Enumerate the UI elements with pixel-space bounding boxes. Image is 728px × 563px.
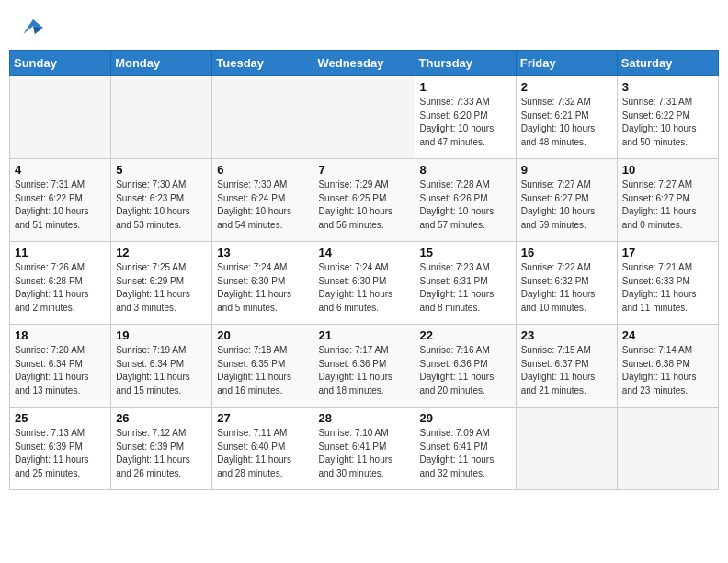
calendar-week-row: 11Sunrise: 7:26 AM Sunset: 6:28 PM Dayli… — [10, 242, 719, 325]
calendar-cell: 6Sunrise: 7:30 AM Sunset: 6:24 PM Daylig… — [212, 159, 313, 242]
calendar-header: SundayMondayTuesdayWednesdayThursdayFrid… — [10, 51, 719, 76]
day-number: 15 — [420, 246, 511, 259]
calendar-cell — [617, 408, 718, 490]
calendar-cell: 29Sunrise: 7:09 AM Sunset: 6:41 PM Dayli… — [415, 408, 516, 490]
calendar-cell: 20Sunrise: 7:18 AM Sunset: 6:35 PM Dayli… — [212, 325, 313, 408]
day-of-week-header: Tuesday — [212, 51, 313, 76]
day-number: 28 — [318, 411, 409, 425]
day-number: 25 — [15, 411, 106, 425]
calendar-cell: 21Sunrise: 7:17 AM Sunset: 6:36 PM Dayli… — [313, 325, 415, 408]
calendar-cell: 9Sunrise: 7:27 AM Sunset: 6:27 PM Daylig… — [516, 159, 617, 242]
calendar-cell: 26Sunrise: 7:12 AM Sunset: 6:39 PM Dayli… — [111, 408, 212, 490]
calendar-cell: 18Sunrise: 7:20 AM Sunset: 6:34 PM Dayli… — [10, 325, 111, 408]
calendar-cell: 3Sunrise: 7:31 AM Sunset: 6:22 PM Daylig… — [617, 76, 718, 159]
day-info: Sunrise: 7:29 AM Sunset: 6:25 PM Dayligh… — [318, 178, 409, 232]
day-info: Sunrise: 7:24 AM Sunset: 6:30 PM Dayligh… — [318, 261, 409, 315]
calendar-wrapper: SundayMondayTuesdayWednesdayThursdayFrid… — [0, 50, 728, 500]
day-number: 19 — [116, 328, 207, 342]
calendar-cell — [111, 76, 212, 159]
day-info: Sunrise: 7:16 AM Sunset: 6:36 PM Dayligh… — [420, 344, 511, 397]
svg-marker-0 — [23, 19, 43, 34]
day-info: Sunrise: 7:13 AM Sunset: 6:39 PM Dayligh… — [15, 427, 106, 480]
day-number: 2 — [521, 80, 612, 94]
day-number: 17 — [622, 246, 713, 259]
day-number: 6 — [217, 163, 308, 177]
day-number: 24 — [622, 328, 713, 342]
day-info: Sunrise: 7:15 AM Sunset: 6:37 PM Dayligh… — [521, 344, 612, 397]
day-number: 11 — [15, 246, 106, 259]
day-info: Sunrise: 7:21 AM Sunset: 6:33 PM Dayligh… — [622, 261, 713, 315]
day-number: 18 — [15, 328, 106, 342]
calendar-week-row: 4Sunrise: 7:31 AM Sunset: 6:22 PM Daylig… — [10, 159, 719, 242]
logo — [17, 11, 53, 44]
calendar-cell: 15Sunrise: 7:23 AM Sunset: 6:31 PM Dayli… — [415, 242, 516, 325]
day-of-week-header: Wednesday — [313, 51, 415, 76]
day-number: 12 — [116, 246, 207, 259]
day-info: Sunrise: 7:24 AM Sunset: 6:30 PM Dayligh… — [217, 261, 308, 315]
page-header — [0, 0, 728, 50]
logo-bird-icon — [17, 11, 50, 44]
calendar-cell: 1Sunrise: 7:33 AM Sunset: 6:20 PM Daylig… — [415, 76, 516, 159]
calendar-cell: 22Sunrise: 7:16 AM Sunset: 6:36 PM Dayli… — [415, 325, 516, 408]
calendar-week-row: 18Sunrise: 7:20 AM Sunset: 6:34 PM Dayli… — [10, 325, 719, 408]
day-number: 26 — [116, 411, 207, 425]
day-info: Sunrise: 7:32 AM Sunset: 6:21 PM Dayligh… — [521, 96, 612, 149]
day-info: Sunrise: 7:18 AM Sunset: 6:35 PM Dayligh… — [217, 344, 308, 397]
day-info: Sunrise: 7:11 AM Sunset: 6:40 PM Dayligh… — [217, 427, 308, 480]
calendar-cell — [212, 76, 313, 159]
day-number: 5 — [116, 163, 207, 177]
day-header-row: SundayMondayTuesdayWednesdayThursdayFrid… — [10, 51, 719, 76]
day-info: Sunrise: 7:14 AM Sunset: 6:38 PM Dayligh… — [622, 344, 713, 397]
day-of-week-header: Sunday — [10, 51, 111, 76]
calendar-cell: 5Sunrise: 7:30 AM Sunset: 6:23 PM Daylig… — [111, 159, 212, 242]
calendar-week-row: 1Sunrise: 7:33 AM Sunset: 6:20 PM Daylig… — [10, 76, 719, 159]
calendar-cell — [10, 76, 111, 159]
day-info: Sunrise: 7:09 AM Sunset: 6:41 PM Dayligh… — [420, 427, 511, 480]
day-info: Sunrise: 7:12 AM Sunset: 6:39 PM Dayligh… — [116, 427, 207, 480]
calendar-cell: 17Sunrise: 7:21 AM Sunset: 6:33 PM Dayli… — [617, 242, 718, 325]
calendar-cell: 24Sunrise: 7:14 AM Sunset: 6:38 PM Dayli… — [617, 325, 718, 408]
day-info: Sunrise: 7:30 AM Sunset: 6:23 PM Dayligh… — [116, 178, 207, 232]
calendar-cell: 27Sunrise: 7:11 AM Sunset: 6:40 PM Dayli… — [212, 408, 313, 490]
day-info: Sunrise: 7:30 AM Sunset: 6:24 PM Dayligh… — [217, 178, 308, 232]
calendar-cell: 7Sunrise: 7:29 AM Sunset: 6:25 PM Daylig… — [313, 159, 415, 242]
day-of-week-header: Saturday — [617, 51, 718, 76]
calendar-cell — [313, 76, 415, 159]
day-info: Sunrise: 7:31 AM Sunset: 6:22 PM Dayligh… — [15, 178, 106, 232]
day-info: Sunrise: 7:23 AM Sunset: 6:31 PM Dayligh… — [420, 261, 511, 315]
calendar-cell: 25Sunrise: 7:13 AM Sunset: 6:39 PM Dayli… — [10, 408, 111, 490]
day-number: 13 — [217, 246, 308, 259]
day-of-week-header: Monday — [111, 51, 212, 76]
day-number: 29 — [420, 411, 511, 425]
calendar-week-row: 25Sunrise: 7:13 AM Sunset: 6:39 PM Dayli… — [10, 408, 719, 490]
day-number: 4 — [15, 163, 106, 177]
day-number: 27 — [217, 411, 308, 425]
day-info: Sunrise: 7:26 AM Sunset: 6:28 PM Dayligh… — [15, 261, 106, 315]
day-number: 3 — [622, 80, 713, 94]
calendar-cell: 16Sunrise: 7:22 AM Sunset: 6:32 PM Dayli… — [516, 242, 617, 325]
calendar-cell — [516, 408, 617, 490]
day-info: Sunrise: 7:20 AM Sunset: 6:34 PM Dayligh… — [15, 344, 106, 397]
day-info: Sunrise: 7:28 AM Sunset: 6:26 PM Dayligh… — [420, 178, 511, 232]
calendar-cell: 23Sunrise: 7:15 AM Sunset: 6:37 PM Dayli… — [516, 325, 617, 408]
calendar-cell: 11Sunrise: 7:26 AM Sunset: 6:28 PM Dayli… — [10, 242, 111, 325]
day-number: 1 — [420, 80, 511, 94]
day-info: Sunrise: 7:22 AM Sunset: 6:32 PM Dayligh… — [521, 261, 612, 315]
calendar-cell: 2Sunrise: 7:32 AM Sunset: 6:21 PM Daylig… — [516, 76, 617, 159]
calendar-cell: 13Sunrise: 7:24 AM Sunset: 6:30 PM Dayli… — [212, 242, 313, 325]
day-info: Sunrise: 7:31 AM Sunset: 6:22 PM Dayligh… — [622, 96, 713, 149]
day-number: 14 — [318, 246, 409, 259]
day-number: 23 — [521, 328, 612, 342]
day-number: 8 — [420, 163, 511, 177]
day-info: Sunrise: 7:10 AM Sunset: 6:41 PM Dayligh… — [318, 427, 409, 480]
calendar-table: SundayMondayTuesdayWednesdayThursdayFrid… — [9, 50, 719, 490]
day-info: Sunrise: 7:33 AM Sunset: 6:20 PM Dayligh… — [420, 96, 511, 149]
calendar-cell: 10Sunrise: 7:27 AM Sunset: 6:27 PM Dayli… — [617, 159, 718, 242]
day-number: 16 — [521, 246, 612, 259]
day-of-week-header: Friday — [516, 51, 617, 76]
calendar-cell: 12Sunrise: 7:25 AM Sunset: 6:29 PM Dayli… — [111, 242, 212, 325]
day-info: Sunrise: 7:27 AM Sunset: 6:27 PM Dayligh… — [622, 178, 713, 232]
calendar-cell: 19Sunrise: 7:19 AM Sunset: 6:34 PM Dayli… — [111, 325, 212, 408]
calendar-cell: 28Sunrise: 7:10 AM Sunset: 6:41 PM Dayli… — [313, 408, 415, 490]
calendar-cell: 14Sunrise: 7:24 AM Sunset: 6:30 PM Dayli… — [313, 242, 415, 325]
